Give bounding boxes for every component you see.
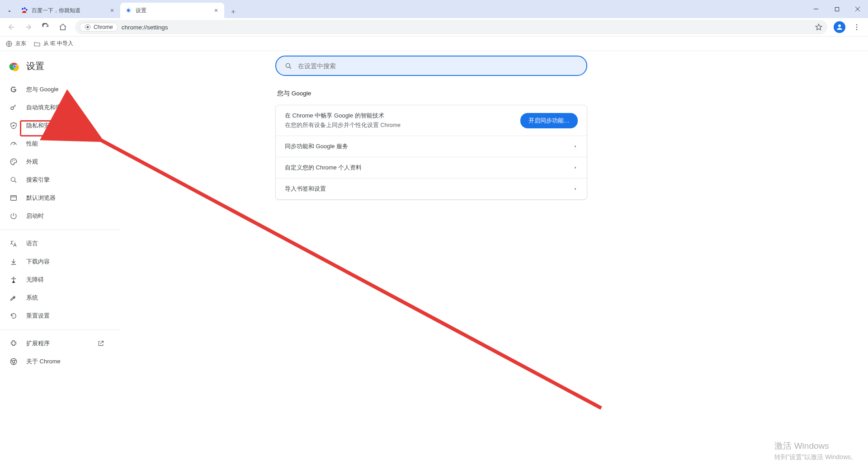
sidebar-item-autofill[interactable]: 自动填充和密码 (0, 99, 113, 117)
svg-point-17 (13, 160, 14, 161)
chrome-icon (85, 24, 91, 30)
tabs-dropdown-button[interactable] (3, 5, 16, 18)
chevron-right-icon (573, 144, 578, 149)
reload-button[interactable] (38, 19, 53, 35)
minimize-button[interactable] (806, 0, 826, 18)
sidebar-item-default-browser[interactable]: 默认浏览器 (0, 189, 113, 207)
browser-tab-baidu[interactable]: 百度一下，你就知道 (16, 3, 120, 18)
arrow-right-icon (24, 23, 33, 31)
kebab-menu-button[interactable] (849, 19, 864, 35)
kebab-icon (853, 23, 861, 31)
sidebar-item-label: 外观 (26, 158, 38, 166)
row-label: 同步功能和 Google 服务 (285, 142, 348, 150)
sidebar-item-search-engine[interactable]: 搜索引擎 (0, 171, 113, 189)
sidebar-item-system[interactable]: 系统 (0, 289, 113, 307)
sidebar-item-you-and-google[interactable]: 您与 Google (0, 80, 113, 99)
plus-icon (230, 9, 236, 15)
svg-rect-20 (11, 196, 17, 201)
new-tab-button[interactable] (227, 5, 240, 18)
bookmark-jd[interactable]: 京东 (5, 40, 26, 47)
external-link-icon (97, 340, 104, 347)
svg-point-9 (856, 27, 858, 28)
svg-point-14 (14, 65, 16, 67)
sidebar-item-privacy[interactable]: 隐私和安全 (0, 117, 113, 135)
sidebar-item-on-startup[interactable]: 启动时 (0, 207, 113, 225)
bookmark-star-button[interactable] (812, 20, 826, 34)
bookmark-ie-import[interactable]: 从 IE 中导入 (33, 40, 73, 47)
sidebar-item-label: 关于 Chrome (26, 357, 61, 366)
chevron-right-icon (573, 187, 578, 191)
sidebar-item-accessibility[interactable]: 无障碍 (0, 271, 113, 289)
sidebar-item-reset[interactable]: 重置设置 (0, 307, 113, 325)
svg-point-21 (13, 277, 14, 278)
import-bookmarks-row[interactable]: 导入书签和设置 (276, 178, 587, 199)
sidebar-item-languages[interactable]: 语言 (0, 235, 113, 253)
palette-icon (9, 157, 18, 166)
close-window-button[interactable] (847, 0, 868, 18)
sidebar-item-label: 启动时 (26, 212, 44, 220)
sidebar-item-label: 自动填充和密码 (26, 103, 67, 112)
sidebar-item-appearance[interactable]: 外观 (0, 153, 113, 171)
sidebar-item-label: 重置设置 (26, 312, 50, 320)
home-button[interactable] (55, 19, 71, 35)
chevron-down-icon (6, 8, 13, 14)
close-tab-button[interactable] (108, 7, 116, 14)
svg-rect-4 (835, 7, 839, 11)
bookmark-label: 京东 (15, 40, 26, 47)
reload-icon (42, 23, 50, 31)
power-icon (9, 212, 18, 221)
svg-point-10 (856, 29, 858, 30)
profile-button[interactable] (832, 19, 847, 35)
svg-point-7 (838, 24, 841, 27)
sidebar-header: 设置 (0, 57, 120, 80)
sidebar-item-downloads[interactable]: 下载内容 (0, 253, 113, 271)
turn-on-sync-button[interactable]: 开启同步功能… (520, 113, 578, 128)
maximize-button[interactable] (826, 0, 847, 18)
row-label: 导入书签和设置 (285, 185, 326, 193)
close-icon (110, 8, 114, 13)
minimize-icon (813, 6, 819, 12)
sidebar-item-performance[interactable]: 性能 (0, 135, 113, 153)
gauge-icon (9, 139, 18, 148)
sidebar-item-label: 下载内容 (26, 258, 50, 266)
chrome-logo-icon (9, 61, 20, 72)
star-icon (815, 23, 823, 31)
download-icon (9, 257, 18, 266)
svg-point-16 (12, 161, 13, 162)
omnibox[interactable]: Chrome chrome://settings (75, 20, 827, 34)
browser-toolbar: Chrome chrome://settings (0, 18, 868, 37)
close-tab-button[interactable] (212, 7, 220, 14)
customize-profile-row[interactable]: 自定义您的 Chrome 个人资料 (276, 157, 587, 178)
sidebar-item-label: 性能 (26, 140, 38, 148)
svg-point-6 (87, 26, 89, 28)
settings-search-input[interactable] (298, 62, 578, 70)
settings-sidebar: 设置 您与 Google 自动填充和密码 隐私和安全 性能 外观 (0, 51, 120, 470)
chip-label: Chrome (94, 24, 113, 30)
translate-icon (9, 239, 18, 248)
bookmarks-bar: 京东 从 IE 中导入 (0, 37, 868, 51)
sync-services-row[interactable]: 同步功能和 Google 服务 (276, 136, 587, 157)
sidebar-divider (0, 230, 120, 230)
sidebar-item-label: 隐私和安全 (26, 122, 56, 130)
sidebar-item-label: 默认浏览器 (26, 194, 56, 202)
forward-button[interactable] (21, 19, 36, 35)
avatar-icon (834, 21, 845, 33)
site-chip[interactable]: Chrome (80, 23, 118, 32)
chrome-icon (9, 357, 18, 366)
sidebar-item-label: 语言 (26, 240, 38, 248)
sidebar-item-about-chrome[interactable]: 关于 Chrome (0, 352, 113, 371)
sync-promo-subtitle: 在您的所有设备上同步并个性化设置 Chrome (285, 122, 401, 129)
globe-icon (5, 40, 13, 47)
svg-point-19 (11, 177, 15, 181)
sync-promo-title: 在 Chrome 中畅享 Google 的智能技术 (285, 112, 401, 120)
settings-search-box[interactable] (275, 56, 587, 76)
sidebar-item-label: 您与 Google (26, 85, 59, 94)
browser-tab-settings[interactable]: 设置 (120, 3, 224, 18)
svg-point-0 (22, 8, 24, 10)
window-controls (806, 0, 868, 18)
shield-icon (9, 121, 18, 130)
sidebar-item-extensions[interactable]: 扩展程序 (0, 334, 113, 352)
close-icon (855, 6, 860, 12)
svg-point-8 (856, 24, 858, 25)
back-button[interactable] (4, 19, 19, 35)
